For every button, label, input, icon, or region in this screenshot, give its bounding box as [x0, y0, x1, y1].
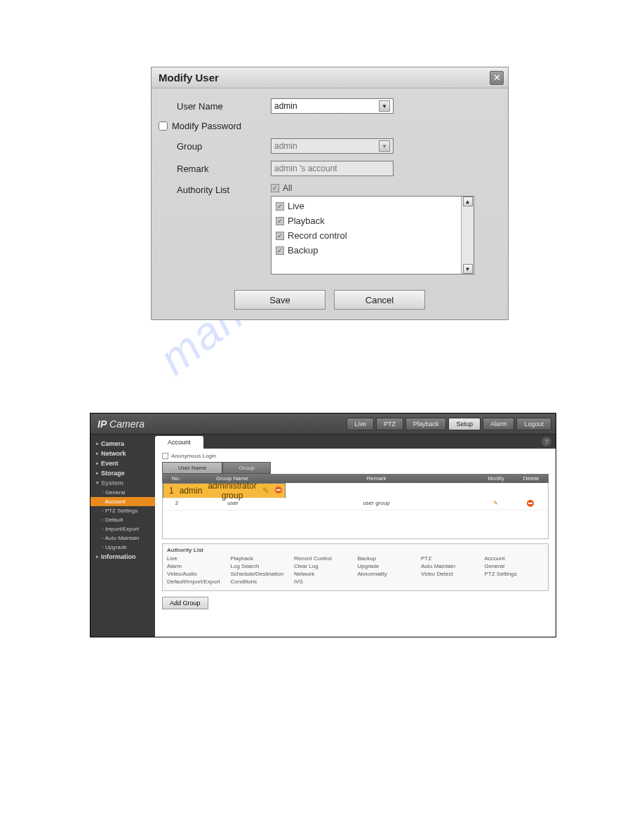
sidebar-item-system[interactable]: System — [90, 478, 155, 488]
chevron-down-icon: ▼ — [379, 140, 390, 152]
delete-icon[interactable] — [527, 500, 534, 507]
authority-list-title: Authority List — [167, 547, 544, 553]
sidebar-item-storage[interactable]: Storage — [90, 468, 155, 478]
nav-ptz[interactable]: PTZ — [376, 418, 403, 430]
col-delete: Delete — [514, 474, 549, 483]
col-remark: Remark — [274, 474, 478, 483]
sidebar-item-event[interactable]: Event — [90, 458, 155, 468]
main-panel: ? Account Anonymous Login User Name Grou… — [155, 435, 556, 637]
modify-user-dialog: Modify User ✕ User Name admin ▼ Modify P… — [151, 67, 509, 320]
sidebar-item-network[interactable]: Network — [90, 449, 155, 458]
subtab-group[interactable]: Group — [222, 462, 270, 474]
edit-icon[interactable]: ✎ — [493, 500, 498, 506]
sidebar-item-account[interactable]: Account — [90, 497, 155, 506]
authority-item: Backup — [358, 555, 417, 562]
authority-listbox: ✓Live ✓Playback ✓Record control ✓Backup … — [271, 196, 474, 274]
username-label: User Name — [159, 101, 271, 112]
cancel-button[interactable]: Cancel — [334, 290, 425, 310]
ipcamera-app: IP Camera Live PTZ Playback Setup Alarm … — [90, 413, 556, 637]
nav-playback[interactable]: Playback — [405, 418, 447, 430]
delete-icon[interactable] — [275, 486, 282, 494]
dialog-title: Modify User — [159, 72, 219, 84]
help-icon[interactable]: ? — [542, 437, 551, 446]
auth-checkbox[interactable]: ✓ — [276, 202, 284, 211]
authority-item: General — [485, 563, 544, 569]
subtab-username[interactable]: User Name — [162, 462, 222, 474]
sidebar-item-general[interactable]: General — [90, 488, 155, 497]
table-row[interactable]: 1 admin administrator group ✎ — [163, 483, 286, 498]
dialog-titlebar: Modify User ✕ — [152, 67, 508, 88]
top-nav: Live PTZ Playback Setup Alarm Logout — [347, 418, 551, 430]
cell-group: user — [191, 498, 275, 510]
sidebar-item-default[interactable]: Default — [90, 515, 155, 524]
authority-item: Default/Import/Export — [167, 578, 227, 585]
all-checkbox[interactable]: ✓ — [271, 184, 279, 192]
authority-list-panel: Authority List LivePlaybackRecord Contro… — [162, 543, 549, 591]
authority-item: Abnormality — [358, 571, 417, 577]
authority-item: PTZ — [421, 555, 481, 562]
col-modify: Modify — [478, 474, 514, 483]
remark-input — [271, 161, 394, 176]
group-table: No. Group Name Remark Modify Delete 1 ad… — [162, 474, 549, 539]
auth-checkbox[interactable]: ✓ — [276, 246, 284, 255]
sidebar-item-upgrade[interactable]: Upgrade — [90, 543, 155, 552]
sidebar: Camera Network Event Storage System Gene… — [90, 435, 155, 637]
auth-item: Record control — [288, 230, 347, 241]
chevron-down-icon[interactable]: ▼ — [379, 100, 390, 112]
group-label: Group — [159, 141, 271, 152]
cell-remark: user group — [275, 498, 478, 510]
sidebar-item-import-export[interactable]: Import/Export — [90, 524, 155, 534]
add-group-button[interactable]: Add Group — [162, 597, 208, 609]
app-header: IP Camera Live PTZ Playback Setup Alarm … — [90, 413, 556, 435]
authority-item: Account — [485, 555, 544, 562]
tab-account[interactable]: Account — [155, 436, 203, 449]
nav-setup[interactable]: Setup — [448, 418, 481, 430]
auth-item: Playback — [288, 216, 325, 226]
save-button[interactable]: Save — [234, 290, 326, 310]
authority-item: Record Control — [294, 555, 354, 562]
authority-item: Playback — [231, 555, 290, 562]
auth-checkbox[interactable]: ✓ — [276, 232, 284, 240]
auth-item: Backup — [288, 245, 318, 256]
scroll-down-icon[interactable]: ▼ — [463, 264, 473, 274]
nav-alarm[interactable]: Alarm — [483, 418, 515, 430]
cell-no: 2 — [163, 498, 191, 510]
username-select[interactable]: admin ▼ — [271, 98, 394, 114]
modify-password-label: Modify Password — [172, 121, 241, 131]
sidebar-item-auto-maintain[interactable]: Auto Maintain — [90, 534, 155, 543]
auth-checkbox[interactable]: ✓ — [276, 217, 284, 225]
group-select: admin ▼ — [271, 138, 394, 154]
authority-item: Live — [167, 555, 227, 562]
authority-item: Video Detect — [421, 571, 481, 577]
authority-item: Auto Maintain — [421, 563, 481, 569]
anonymous-login-label: Anonymous Login — [171, 453, 216, 459]
authority-item: Video/Audio — [167, 571, 227, 577]
authority-item: Conditions — [231, 578, 290, 585]
group-value: admin — [274, 141, 297, 151]
all-label: All — [283, 183, 292, 193]
authority-item: Log Search — [231, 563, 290, 569]
remark-label: Remark — [159, 164, 271, 174]
modify-password-checkbox[interactable] — [159, 121, 168, 131]
authority-label: Authority List — [159, 183, 271, 195]
nav-logout[interactable]: Logout — [516, 418, 551, 430]
edit-icon[interactable]: ✎ — [262, 486, 269, 496]
sidebar-item-camera[interactable]: Camera — [90, 439, 155, 449]
authority-item: Alarm — [167, 563, 227, 569]
scroll-up-icon[interactable]: ▲ — [463, 197, 473, 206]
sidebar-item-ptz-settings[interactable]: PTZ Settings — [90, 506, 155, 515]
authority-item: Schedule/Destination — [231, 571, 290, 577]
authority-item: Clear Log — [294, 563, 354, 569]
authority-item: PTZ Settings — [485, 571, 544, 577]
table-row[interactable]: 2 user user group ✎ — [163, 498, 548, 510]
authority-item: Network — [294, 571, 354, 577]
nav-live[interactable]: Live — [347, 418, 374, 430]
auth-item: Live — [288, 201, 304, 211]
cell-no: 1 — [166, 484, 177, 497]
sidebar-item-information[interactable]: Information — [90, 552, 155, 562]
brand: IP Camera — [98, 418, 145, 430]
anonymous-login-checkbox[interactable] — [162, 453, 168, 459]
close-icon[interactable]: ✕ — [490, 71, 504, 85]
cell-group: admin — [177, 484, 206, 497]
scrollbar[interactable]: ▲ ▼ — [461, 197, 474, 274]
